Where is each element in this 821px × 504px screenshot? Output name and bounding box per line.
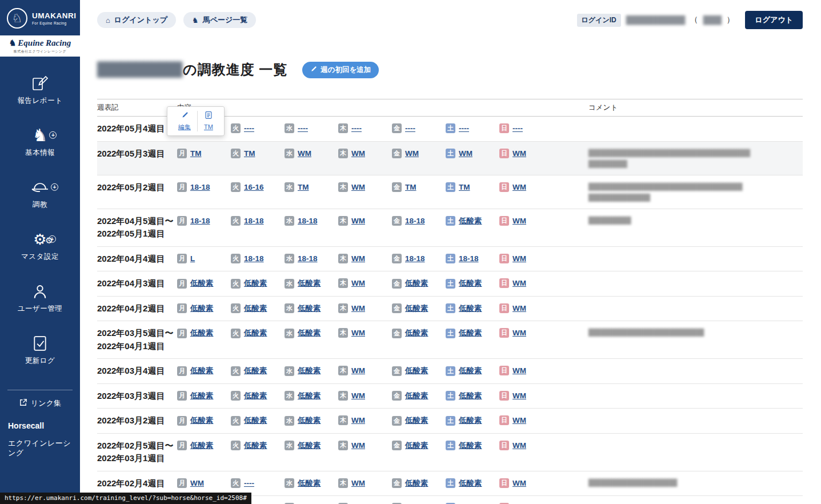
sidebar-item-links[interactable]: リンク集	[0, 398, 80, 409]
training-value-link[interactable]: 18-18	[298, 254, 318, 263]
training-value-link[interactable]: 低酸素	[190, 328, 214, 338]
training-value-link[interactable]: 低酸素	[298, 278, 321, 289]
training-value-link[interactable]: WM	[351, 366, 365, 375]
training-value-link[interactable]: 18-18	[244, 217, 264, 225]
training-value-link[interactable]: WM	[512, 391, 526, 400]
breadcrumb-horse-list[interactable]: ♞ 馬ページ一覧	[183, 12, 256, 28]
training-value-link[interactable]: 低酸素	[244, 278, 267, 289]
sidebar-item-update-log[interactable]: 更新ログ	[0, 335, 80, 366]
breadcrumb-login-top[interactable]: ⌂ ログイントップ	[97, 12, 176, 28]
training-value-link[interactable]: WM	[351, 279, 365, 287]
training-value-link[interactable]: 低酸素	[244, 366, 267, 376]
training-value-link[interactable]: ----	[244, 124, 254, 133]
sidebar-item-equine-racing[interactable]: エクワインレーシング	[8, 434, 72, 463]
training-value-link[interactable]: 低酸素	[190, 366, 214, 376]
training-value-link[interactable]: WM	[512, 441, 526, 450]
training-value-link[interactable]: 低酸素	[298, 328, 321, 338]
training-value-link[interactable]: WM	[351, 304, 365, 313]
app-logo[interactable]: ♘ UMAKANRI For Equine Racing	[0, 0, 80, 35]
sidebar-item-basic-info[interactable]: ♞ + 基本情報	[0, 127, 80, 158]
training-value-link[interactable]: WM	[351, 416, 365, 425]
training-value-link[interactable]: WM	[351, 329, 365, 337]
training-value-link[interactable]: ----	[298, 124, 308, 133]
training-value-link[interactable]: WM	[351, 441, 365, 450]
tm-action[interactable]: TM	[198, 111, 219, 131]
training-value-link[interactable]: 低酸素	[459, 278, 482, 289]
sidebar-item-report[interactable]: 報告レポート	[0, 75, 80, 106]
training-value-link[interactable]: WM	[512, 217, 526, 225]
training-value-link[interactable]: 低酸素	[190, 303, 214, 314]
training-value-link[interactable]: WM	[298, 149, 311, 158]
training-value-link[interactable]: WM	[405, 149, 419, 158]
training-value-link[interactable]: WM	[351, 149, 365, 158]
training-value-link[interactable]: WM	[190, 479, 204, 487]
training-value-link[interactable]: ----	[351, 124, 362, 133]
training-value-link[interactable]: 18-18	[190, 217, 210, 225]
training-value-link[interactable]: TM	[459, 183, 470, 191]
sidebar-item-training[interactable]: + 調教	[0, 179, 80, 210]
add-week-button[interactable]: 週の初回を追加	[302, 62, 379, 78]
training-value-link[interactable]: 低酸素	[459, 216, 482, 226]
sidebar-item-horsecall[interactable]: Horsecall	[8, 418, 72, 434]
training-value-link[interactable]: 16-16	[244, 183, 264, 191]
logout-button[interactable]: ログアウト	[745, 11, 803, 29]
training-value-link[interactable]: 低酸素	[244, 441, 267, 451]
training-value-link[interactable]: WM	[351, 391, 365, 400]
training-value-link[interactable]: 低酸素	[405, 278, 428, 289]
training-value-link[interactable]: ----	[244, 479, 254, 487]
training-value-link[interactable]: 低酸素	[190, 278, 214, 289]
training-value-link[interactable]: 低酸素	[190, 391, 214, 401]
training-value-link[interactable]: 低酸素	[405, 328, 428, 338]
training-value-link[interactable]: 18-18	[405, 217, 425, 225]
training-value-link[interactable]: TM	[244, 149, 255, 158]
equine-racing-logo[interactable]: ♞Equine Racing 株式会社エクワインレーシング	[0, 35, 80, 57]
training-value-link[interactable]: WM	[512, 329, 526, 337]
training-value-link[interactable]: 低酸素	[298, 366, 321, 376]
training-value-link[interactable]: 低酸素	[244, 303, 267, 314]
training-value-link[interactable]: WM	[351, 479, 365, 487]
training-value-link[interactable]: 低酸素	[244, 415, 267, 426]
training-value-link[interactable]: TM	[405, 183, 416, 191]
training-value-link[interactable]: 低酸素	[190, 415, 214, 426]
training-value-link[interactable]: WM	[512, 183, 526, 191]
training-value-link[interactable]: 低酸素	[244, 391, 267, 401]
sidebar-item-master-settings[interactable]: ⚙ ⚙ + マスタ設定	[0, 231, 80, 262]
training-value-link[interactable]: WM	[512, 416, 526, 425]
training-value-link[interactable]: 低酸素	[190, 441, 214, 451]
training-value-link[interactable]: 18-18	[405, 254, 425, 263]
training-value-link[interactable]: 18-18	[298, 217, 318, 225]
training-value-link[interactable]: WM	[512, 279, 526, 287]
training-value-link[interactable]: 低酸素	[298, 415, 321, 426]
training-value-link[interactable]: 低酸素	[298, 441, 321, 451]
training-value-link[interactable]: TM	[190, 149, 202, 158]
training-value-link[interactable]: WM	[351, 254, 365, 263]
training-value-link[interactable]: L	[190, 254, 195, 263]
training-value-link[interactable]: 低酸素	[459, 391, 482, 401]
training-value-link[interactable]: ----	[459, 124, 469, 133]
training-value-link[interactable]: 低酸素	[244, 328, 267, 338]
training-value-link[interactable]: 低酸素	[405, 303, 428, 314]
training-value-link[interactable]: 低酸素	[459, 478, 482, 489]
training-value-link[interactable]: 18-18	[244, 254, 264, 263]
training-value-link[interactable]: 低酸素	[298, 478, 321, 489]
training-value-link[interactable]: 低酸素	[405, 391, 428, 401]
training-value-link[interactable]: ----	[512, 124, 523, 133]
training-value-link[interactable]: 18-18	[459, 254, 479, 263]
training-value-link[interactable]: 低酸素	[405, 441, 428, 451]
training-value-link[interactable]: 低酸素	[405, 366, 428, 376]
training-value-link[interactable]: 低酸素	[298, 391, 321, 401]
training-value-link[interactable]: 18-18	[190, 183, 210, 191]
sidebar-item-user-management[interactable]: ユーザー管理	[0, 283, 80, 314]
training-value-link[interactable]: 低酸素	[459, 303, 482, 314]
training-value-link[interactable]: 低酸素	[459, 415, 482, 426]
training-value-link[interactable]: ----	[405, 124, 415, 133]
training-value-link[interactable]: 低酸素	[459, 441, 482, 451]
training-value-link[interactable]: WM	[512, 366, 526, 375]
training-value-link[interactable]: 低酸素	[459, 328, 482, 338]
training-value-link[interactable]: TM	[298, 183, 309, 191]
training-value-link[interactable]: WM	[512, 479, 526, 487]
training-value-link[interactable]: WM	[512, 254, 526, 263]
training-value-link[interactable]: 低酸素	[405, 478, 428, 489]
training-value-link[interactable]: 低酸素	[405, 415, 428, 426]
edit-action[interactable]: 編集	[172, 111, 197, 131]
